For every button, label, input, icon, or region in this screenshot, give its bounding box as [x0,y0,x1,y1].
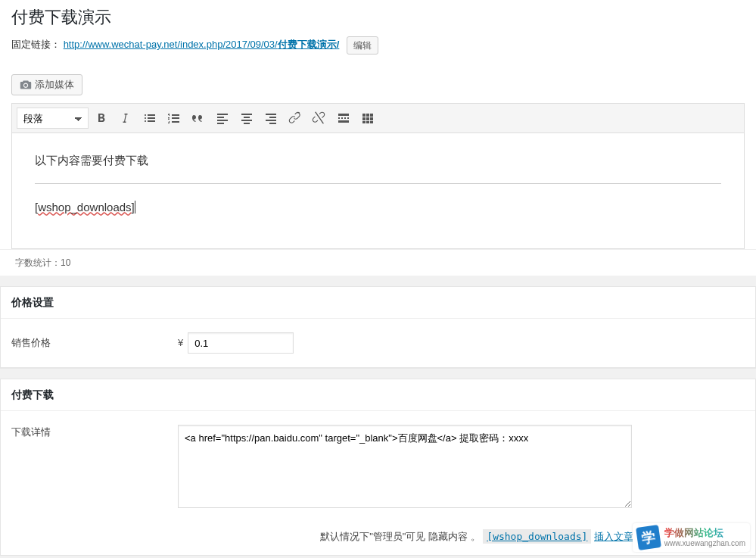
align-right-icon [263,111,278,126]
ol-button[interactable] [163,107,185,129]
add-media-button[interactable]: 添加媒体 [11,74,82,95]
download-detail-label: 下载详情 [11,425,178,440]
editor-shortcode: [wshop_downloads] [35,199,721,217]
permalink-label: 固定链接： [11,39,61,50]
italic-button[interactable] [114,107,137,129]
bold-icon [94,111,109,126]
watermark-url: www.xuewangzhan.com [664,539,745,548]
download-detail-textarea[interactable] [178,425,632,508]
permalink-base: http://www.wechat-pay.net/index.php/2017… [64,39,278,50]
editor-line-1: 以下内容需要付费下载 [35,152,721,170]
watermark: 学 学做网站论坛 www.xuewangzhan.com [633,523,750,552]
sale-price-input[interactable] [188,332,294,354]
camera-icon [20,79,32,91]
list-ol-icon [166,111,182,126]
add-media-label: 添加媒体 [35,78,74,92]
link-icon [288,111,303,126]
editor-toolbar: 段落 [11,103,745,132]
list-ul-icon [142,111,157,126]
more-button[interactable] [332,107,355,129]
permalink-link[interactable]: http://www.wechat-pay.net/index.php/2017… [64,39,340,50]
align-center-icon [239,111,254,126]
price-metabox: 价格设置 销售价格 ¥ [0,286,756,368]
price-metabox-title: 价格设置 [1,287,755,319]
kitchen-sink-icon [360,111,375,126]
download-metabox-title: 付费下载 [1,379,755,411]
blockquote-button[interactable] [187,107,210,129]
insert-post-link[interactable]: 插入文章 [594,531,633,542]
toolbar-toggle-button[interactable] [356,107,379,129]
watermark-logo: 学 [636,525,661,550]
italic-icon [118,111,133,126]
page-title: 付费下载演示 [0,0,756,34]
watermark-title: 学做网站论坛 [664,527,745,539]
currency-symbol: ¥ [178,335,183,351]
ul-button[interactable] [138,107,161,129]
permalink-slug: 付费下载演示/ [278,39,340,50]
bold-button[interactable] [90,107,113,129]
editor-hr [35,183,721,184]
sale-price-label: 销售价格 [11,335,178,351]
align-left-button[interactable] [211,107,234,129]
unlink-icon [312,111,327,126]
download-hint: 默认情况下"管理员"可见 隐藏内容 。 [wshop_downloads] 插入… [1,522,644,555]
align-center-button[interactable] [235,107,258,129]
shortcode-code-link[interactable]: [wshop_downloads] [483,529,591,544]
align-left-icon [215,111,230,126]
hint-prefix: 默认情况下"管理员"可见 隐藏内容 。 [320,531,480,542]
unlink-button[interactable] [308,107,331,129]
edit-permalink-button[interactable]: 编辑 [347,36,378,55]
link-button[interactable] [284,107,306,129]
word-count: 字数统计：10 [0,249,756,276]
word-count-label: 字数统计： [15,257,61,268]
editor-wrapper: 添加媒体 段落 以下内容需要付费下载 [wshop_downloads] [0,64,756,276]
format-select[interactable]: 段落 [17,108,89,129]
editor-textarea[interactable]: 以下内容需要付费下载 [wshop_downloads] [11,132,745,249]
quote-icon [191,111,206,126]
word-count-value: 10 [61,257,70,268]
read-more-icon [336,111,351,126]
align-right-button[interactable] [260,107,282,129]
permalink-row: 固定链接： http://www.wechat-pay.net/index.ph… [0,34,756,64]
